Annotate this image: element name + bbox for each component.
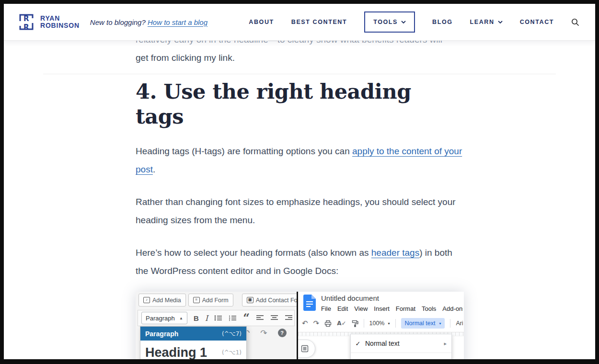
font-select[interactable]: Arial ▾ (456, 320, 463, 327)
align-right-icon[interactable] (285, 315, 293, 321)
browser-page: R R RYAN ROBINSON New to blogging? How t… (4, 4, 595, 359)
wp-media-buttons: ♪ Add Media ≡ Add Form ▦ Add Contact For… (138, 294, 297, 307)
menu-file[interactable]: File (321, 305, 331, 312)
paint-format-icon[interactable] (352, 320, 358, 327)
nav-item-learn[interactable]: LEARN (470, 19, 503, 25)
header-tagline: New to blogging? How to start a blog (90, 18, 207, 26)
paragraph: Here’s how to select your heading format… (136, 244, 464, 280)
bullet-list-icon[interactable] (214, 315, 222, 321)
media-icon: ♪ (143, 297, 150, 303)
main-nav: ABOUT BEST CONTENT TOOLS BLOG LEARN (249, 11, 579, 33)
paragraph: Heading tags (H-tags) are formatting opt… (136, 142, 464, 179)
article-content: relatively early on in the headline—to c… (4, 4, 464, 359)
form-icon: ≡ (193, 297, 200, 303)
dropdown-item-title[interactable]: Title ▸ (351, 353, 451, 359)
gdocs-toolbar: ↶ ↷ A✓ 100% ▾ Norma (302, 317, 463, 330)
gdocs-style-dropdown: ✓ Normal text ▸ Title ▸ Subtitle ▸ (350, 334, 452, 359)
site-logo[interactable]: R R RYAN ROBINSON (17, 11, 80, 33)
bold-icon[interactable]: B (194, 314, 199, 322)
nav-item-about[interactable]: ABOUT (249, 19, 274, 25)
wp-toolbar-row2: ↶ ↷ ? (243, 328, 287, 338)
nav-item-contact[interactable]: CONTACT (520, 19, 554, 25)
section-heading: 4. Use the right heading tags (136, 79, 464, 129)
section-divider (43, 74, 556, 74)
chevron-down-icon (498, 20, 503, 24)
caret-down-icon: ▾ (439, 321, 441, 326)
site-header: R R RYAN ROBINSON New to blogging? How t… (4, 4, 595, 41)
screenshot-divider (297, 292, 298, 359)
zoom-select[interactable]: 100% ▾ (369, 320, 390, 327)
undo-icon[interactable]: ↶ (302, 319, 308, 328)
shortcut-label: (^⌥7) (222, 330, 242, 337)
submenu-arrow-icon: ▸ (444, 341, 447, 347)
blockquote-icon[interactable]: “ (243, 315, 250, 321)
menu-edit[interactable]: Edit (337, 305, 348, 312)
clipped-paragraph-line: get from clicking my link. (136, 49, 464, 67)
toolbar-separator (395, 319, 396, 328)
wp-format-toolbar: Paragraph ▲ B I “ (138, 310, 295, 326)
toolbar-separator (450, 319, 450, 328)
shortcut-label: (^⌥1) (222, 349, 242, 356)
svg-text:R: R (23, 23, 29, 32)
print-icon[interactable] (324, 320, 332, 327)
redo-icon[interactable]: ↷ (313, 319, 320, 328)
wordpress-editor-screenshot: ♪ Add Media ≡ Add Form ▦ Add Contact For… (136, 292, 297, 359)
caret-up-icon: ▲ (179, 316, 183, 320)
menu-view[interactable]: View (354, 305, 368, 312)
menu-tools[interactable]: Tools (422, 305, 436, 312)
editors-screenshot: ♪ Add Media ≡ Add Form ▦ Add Contact For… (136, 292, 464, 359)
menu-insert[interactable]: Insert (374, 305, 390, 312)
google-docs-icon (303, 295, 316, 311)
nav-item-blog[interactable]: BLOG (432, 19, 453, 25)
numbered-list-icon[interactable] (229, 315, 237, 321)
dropdown-item-normal-text[interactable]: ✓ Normal text ▸ (351, 334, 451, 353)
paragraph-style-select[interactable]: Normal text ▾ (401, 318, 445, 329)
outline-icon (301, 345, 309, 353)
dropdown-item-paragraph[interactable]: Paragraph (^⌥7) (140, 327, 246, 341)
check-icon: ✓ (351, 340, 365, 347)
dropdown-item-heading1[interactable]: Heading 1 (^⌥1) (140, 341, 246, 359)
search-icon (571, 18, 579, 26)
logo-text: RYAN ROBINSON (40, 15, 80, 29)
paragraph: Rather than changing font sizes to empha… (136, 193, 464, 229)
tagline-text: New to blogging? (90, 18, 148, 26)
nav-item-tools[interactable]: TOOLS (364, 11, 415, 33)
nav-item-best-content[interactable]: BEST CONTENT (291, 19, 347, 25)
wp-format-dropdown: Paragraph (^⌥7) Heading 1 (^⌥1) Heading … (140, 326, 247, 359)
menu-addons[interactable]: Add-ons (442, 305, 463, 312)
logo-rr-icon: R R (17, 11, 36, 33)
toolbar-separator (364, 319, 364, 328)
search-button[interactable] (571, 18, 579, 26)
help-icon[interactable]: ? (278, 329, 287, 337)
document-outline-button[interactable] (298, 340, 315, 358)
start-a-blog-link[interactable]: How to start a blog (148, 18, 207, 26)
contact-form-icon: ▦ (247, 297, 253, 303)
redo-icon[interactable]: ↷ (260, 328, 267, 338)
align-center-icon[interactable] (270, 315, 278, 321)
add-form-button[interactable]: ≡ Add Form (188, 294, 233, 307)
header-tags-link[interactable]: header tags (371, 248, 419, 258)
caret-down-icon: ▾ (388, 321, 390, 326)
italic-icon[interactable]: I (205, 314, 208, 323)
svg-text:R: R (23, 14, 29, 23)
add-media-button[interactable]: ♪ Add Media (138, 294, 186, 307)
menu-format[interactable]: Format (396, 305, 415, 312)
chevron-down-icon (401, 20, 406, 24)
align-left-icon[interactable] (256, 315, 264, 321)
gdocs-menubar: File Edit View Insert Format Tools Add-o… (321, 305, 463, 312)
google-docs-screenshot: Untitled document File Edit View Insert … (298, 292, 464, 359)
spellcheck-icon[interactable]: A✓ (337, 320, 346, 327)
add-contact-form-button[interactable]: ▦ Add Contact Form (242, 294, 297, 307)
paragraph-format-select[interactable]: Paragraph ▲ (141, 312, 187, 324)
document-title[interactable]: Untitled document (321, 294, 379, 302)
